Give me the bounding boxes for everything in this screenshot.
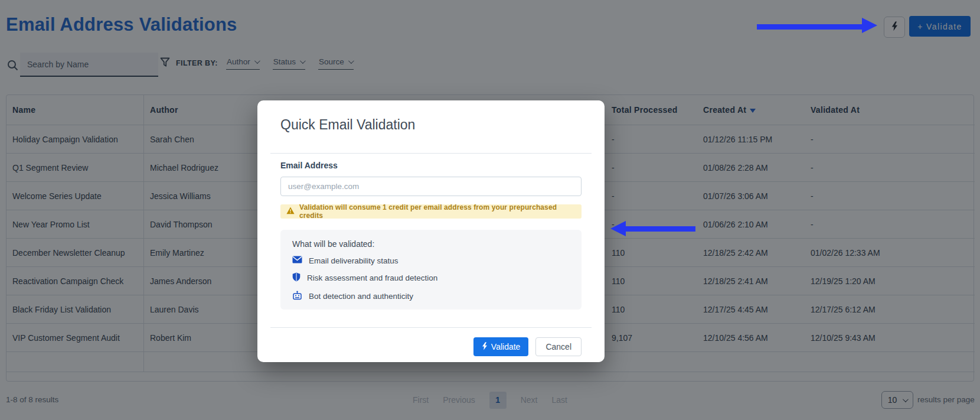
modal-actions: Validate Cancel [473,337,582,356]
list-item-label: Risk assessment and fraud detection [307,274,437,282]
list-item-label: Email deliverability status [309,256,398,265]
lightning-bolt-icon [482,342,488,352]
modal-validate-label: Validate [491,342,521,351]
modal-title: Quick Email Validation [280,117,415,133]
email-address-input[interactable] [280,177,582,196]
credit-warning-text: Validation will consume 1 credit per ema… [299,203,576,220]
shield-icon [292,272,300,284]
validation-info-panel: What will be validated: Email deliverabi… [280,230,582,310]
modal-header-divider [270,153,592,154]
annotation-arrow-head-left [610,221,626,236]
quick-email-validation-modal: Quick Email Validation Email Address Val… [257,100,605,362]
warning-triangle-icon [286,206,295,217]
validation-info-heading: What will be validated: [292,239,570,249]
modal-footer-divider [270,327,592,328]
annotation-arrow-head-right [862,18,877,33]
list-item: Email deliverability status [292,256,570,265]
robot-icon [292,291,302,302]
list-item: Bot detection and authenticity [292,291,570,302]
email-address-label: Email Address [280,161,338,170]
list-item-label: Bot detection and authenticity [309,292,413,301]
annotation-arrow-to-modal [626,226,695,232]
list-item: Risk assessment and fraud detection [292,272,570,284]
email-validations-page: Email Address Validations + Validate FIL… [0,0,980,420]
modal-cancel-button[interactable]: Cancel [535,337,582,356]
envelope-icon [292,256,302,265]
credit-warning-banner: Validation will consume 1 credit per ema… [280,204,582,219]
annotation-arrow-to-quick-validate [757,24,862,30]
modal-validate-button[interactable]: Validate [473,337,529,356]
